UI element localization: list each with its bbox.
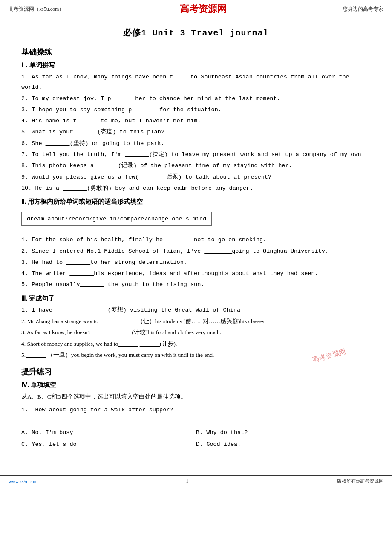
part2-item-5: 5. People usually_______ the youth to th…: [21, 280, 371, 290]
item-2: 2. To my greatest joy, I p_______her to …: [21, 94, 371, 104]
part2-item-3: 3. He had to _______to her strong determ…: [21, 257, 371, 268]
part4: Ⅳ. 单项填空 从A、B、C和D四个选项中，选出可以填入空白处的最佳选项。 1.…: [21, 381, 371, 450]
item-10: 10. He is a _______(勇敢的) boy and can kee…: [21, 183, 371, 194]
part4-question-line2: —_______: [21, 416, 371, 426]
page-footer: www.ks5u.com -1- 版权所有@高考资源网: [0, 475, 392, 486]
part2-item-2: 2. Since I entered No.1 Middle School of…: [21, 246, 371, 257]
part3-item-2: 2. Mr Zhang has a strange way to________…: [21, 316, 371, 327]
item-9: 9. Would you please give us a few(______…: [21, 172, 371, 182]
part3-header: Ⅲ. 完成句子: [21, 295, 371, 303]
part1-header: Ⅰ．单词拼写: [21, 61, 371, 69]
part3-item-3: 3. As far as I know, he doesn't_______ _…: [21, 327, 371, 338]
part4-question: 1. —How about going for a walk after sup…: [21, 405, 371, 415]
option-a: A. No. I'm busy: [21, 427, 196, 438]
footer-right: 版权所有@高考资源网: [337, 478, 383, 484]
part2-item-4: 4. The writer _______his experience, ide…: [21, 269, 371, 279]
footer-left: www.ks5u.com: [9, 479, 37, 484]
section-basic: 基础操练: [21, 47, 371, 57]
part2: Ⅱ. 用方框内所给单词或短语的适当形式填空 dream about/record…: [21, 198, 371, 290]
page-title: 必修1 Unit 3 Travel journal: [21, 27, 371, 38]
section-advanced: 提升练习: [21, 367, 371, 377]
item-8: 8. This photo keeps a_______(记录) of the …: [21, 161, 371, 171]
header-right: 您身边的高考专家: [343, 6, 383, 13]
main-content: 必修1 Unit 3 Travel journal 基础操练 Ⅰ．单词拼写 1.…: [0, 18, 392, 467]
part4-header: Ⅳ. 单项填空: [21, 381, 371, 389]
part4-item-1: 1. —How about going for a walk after sup…: [21, 405, 371, 450]
part4-intro: 从A、B、C和D四个选项中，选出可以填入空白处的最佳选项。: [21, 392, 371, 402]
option-b: B. Why do that?: [196, 427, 371, 438]
item-1: 1. As far as I know, many things have be…: [21, 72, 371, 93]
part3-item-5: 5._______ （一旦）you begin the work, you mu…: [21, 350, 371, 360]
part2-header: Ⅱ. 用方框内所给单词或短语的适当形式填空: [21, 198, 371, 206]
answer-options: A. No. I'm busy B. Why do that?: [21, 427, 371, 438]
header-left: 高考资源网（ks5u.com）: [9, 6, 64, 13]
part1: Ⅰ．单词拼写 1. As far as I know, many things …: [21, 61, 371, 194]
header-logo: 高考资源网: [180, 3, 227, 15]
item-3: 3. I hope you to say something p_______ …: [21, 105, 371, 115]
answer-options-2: C. Yes, let's do D. Good idea.: [21, 439, 371, 450]
footer-center: -1-: [184, 478, 190, 484]
part3: Ⅲ. 完成句子 1. I have_______ _______ (梦想) vi…: [21, 295, 371, 360]
page-header: 高考资源网（ks5u.com） 高考资源网 您身边的高考专家: [0, 0, 392, 18]
part2-item-1: 1. For the sake of his health, finally h…: [21, 235, 371, 245]
item-4: 4. His name is f_______to me, but I have…: [21, 116, 371, 126]
part3-item-1: 1. I have_______ _______ (梦想) visiting t…: [21, 305, 371, 315]
item-6: 6. She _______(坚持) on going to the park.: [21, 139, 371, 149]
option-d: D. Good idea.: [196, 439, 371, 450]
item-7: 7. To tell you the truth, I'm _______(决定…: [21, 150, 371, 160]
option-c: C. Yes, let's do: [21, 439, 196, 450]
item-5: 5. What is your_______(态度) to this plan?: [21, 127, 371, 137]
word-box: dream about/record/give in/compare/chang…: [21, 212, 212, 226]
part3-item-4: 4. Short of money and supplies, we had t…: [21, 339, 371, 349]
